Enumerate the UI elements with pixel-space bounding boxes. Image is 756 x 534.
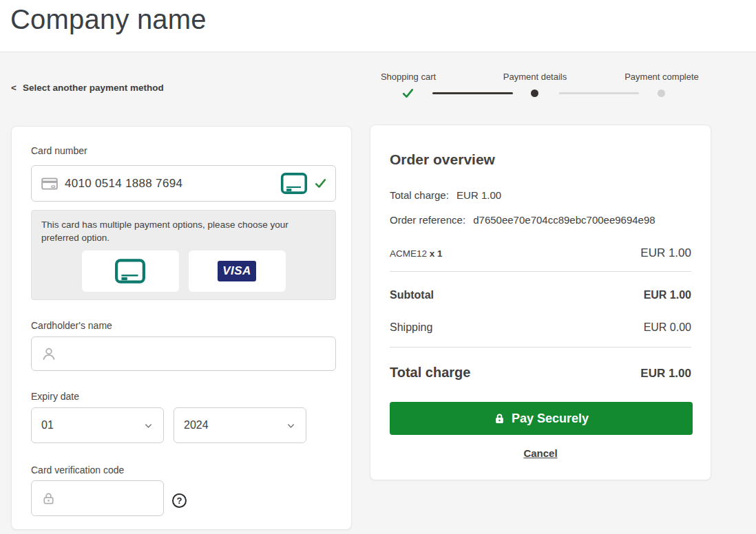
checkout-stepper: Shopping cart Payment details Payment co… [368, 72, 713, 105]
payment-options-box: This card has multiple payment options, … [31, 210, 336, 300]
total-charge-line-label: Total charge: [390, 189, 449, 201]
expiry-year-select[interactable]: 2024 [174, 407, 306, 443]
back-chevron-icon: < [11, 83, 17, 93]
cardholder-name-input[interactable] [63, 347, 327, 361]
item-name-text: ACME12 [390, 248, 427, 259]
cancel-link-wrapper: Cancel [370, 447, 711, 460]
order-item-row: ACME12 x 1 EUR 1.00 [390, 246, 691, 260]
back-link-label: Select another payment method [23, 83, 164, 93]
bank-card-option-icon [114, 258, 146, 284]
brand-options-row: VISA [41, 250, 326, 292]
expiry-year-value: 2024 [184, 419, 209, 431]
credit-card-icon [41, 175, 59, 193]
bank-card-brand-icon [280, 172, 308, 195]
multiple-options-notice: This card has multiple payment options, … [41, 218, 326, 244]
step-current-dot [531, 89, 538, 97]
shipping-amount: EUR 0.00 [644, 321, 691, 334]
visa-logo: VISA [218, 261, 256, 281]
cvc-input[interactable] [63, 491, 155, 505]
chevron-down-icon [143, 420, 154, 431]
total-charge-summary-line: Total charge: EUR 1.00 [390, 189, 501, 201]
order-reference-line: Order reference: d7650ee70e704cc89ebc700… [390, 214, 655, 226]
expiry-month-select[interactable]: 01 [31, 407, 164, 443]
cvc-help-icon[interactable]: ? [172, 493, 187, 508]
order-reference-label: Order reference: [390, 214, 465, 226]
valid-check-icon [314, 177, 327, 190]
page-title: Company name [10, 4, 207, 35]
shipping-label: Shipping [390, 321, 432, 334]
total-charge-line-value: EUR 1.00 [456, 189, 501, 201]
total-charge-row: Total charge EUR 1.00 [390, 365, 691, 381]
page-header: Company name [0, 0, 756, 52]
item-name: ACME12 x 1 [390, 248, 443, 259]
step-upcoming-dot [658, 89, 665, 97]
item-quantity: x 1 [430, 248, 443, 259]
total-charge-amount: EUR 1.00 [640, 367, 691, 381]
card-form-panel: Card number This card has multiple payme… [11, 126, 352, 530]
order-divider [390, 347, 691, 348]
expiry-date-label: Expiry date [31, 391, 79, 402]
total-charge-label: Total charge [390, 365, 470, 381]
order-reference-value: d7650ee70e704cc89ebc700ee9694e98 [473, 214, 655, 226]
back-to-payment-methods-link[interactable]: < Select another payment method [11, 83, 164, 93]
expiry-month-value: 01 [41, 419, 54, 431]
card-number-field[interactable] [31, 165, 336, 202]
lock-icon [494, 413, 505, 425]
cvc-label: Card verification code [31, 464, 124, 476]
card-number-label: Card number [31, 145, 87, 156]
question-mark-glyph: ? [177, 495, 182, 506]
stepper-connector-todo [559, 92, 639, 94]
order-overview-title: Order overview [390, 151, 495, 168]
item-amount: EUR 1.00 [640, 246, 691, 260]
brand-option-generic-card[interactable] [82, 250, 179, 292]
step-payment-details-label: Payment details [503, 72, 567, 82]
pay-securely-button[interactable]: Pay Securely [390, 402, 693, 435]
order-overview-panel: Order overview Total charge: EUR 1.00 Or… [370, 125, 711, 480]
card-number-input[interactable] [65, 177, 274, 191]
detected-brand-badge [280, 172, 308, 195]
cardholder-name-label: Cardholder's name [31, 320, 112, 331]
subtotal-row: Subtotal EUR 1.00 [390, 289, 691, 301]
subtotal-amount: EUR 1.00 [644, 289, 691, 301]
cancel-link[interactable]: Cancel [523, 447, 557, 459]
order-divider [390, 271, 691, 272]
cardholder-name-field[interactable] [31, 337, 336, 371]
subtotal-label: Subtotal [390, 289, 434, 301]
step-complete-check-icon [401, 87, 414, 100]
stepper-connector-done [432, 92, 513, 94]
chevron-down-icon [286, 420, 296, 431]
step-payment-complete-label: Payment complete [624, 72, 699, 82]
step-shopping-cart-label: Shopping cart [381, 72, 436, 82]
brand-option-visa[interactable]: VISA [189, 250, 286, 292]
shipping-row: Shipping EUR 0.00 [390, 321, 691, 334]
cvc-field[interactable] [31, 480, 164, 516]
lock-icon [41, 491, 56, 506]
person-icon [41, 345, 57, 362]
pay-button-label: Pay Securely [512, 412, 589, 426]
